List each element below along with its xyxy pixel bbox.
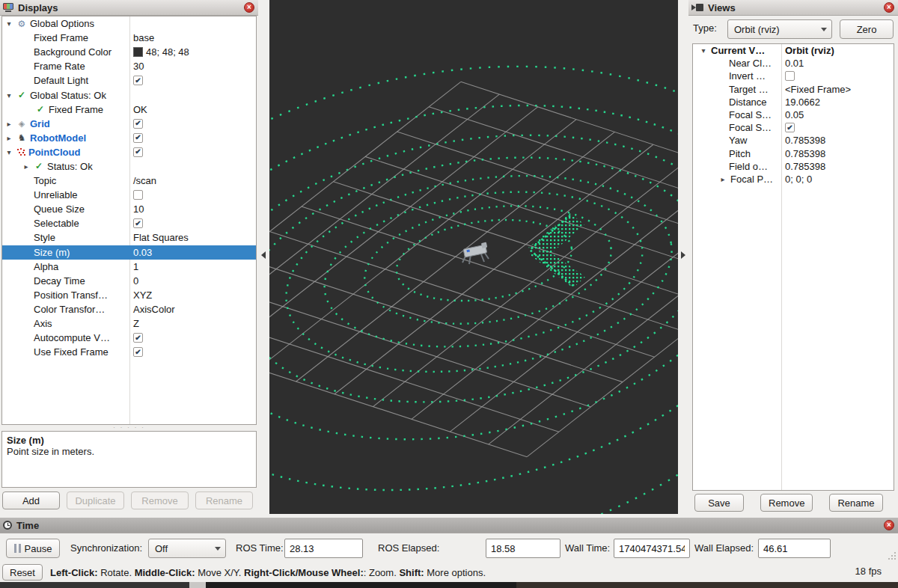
- tree-row[interactable]: Fixed Framebase: [2, 31, 256, 45]
- property-value-cell: ✔: [129, 147, 256, 157]
- tree-row[interactable]: ▸Focal P…0; 0; 0: [693, 173, 894, 186]
- displays-tree[interactable]: ▾⚙Global OptionsFixed FramebaseBackgroun…: [1, 16, 257, 425]
- checkbox[interactable]: [785, 71, 795, 81]
- property-name-cell: Position Transf…: [2, 290, 129, 301]
- expander-icon[interactable]: ▸: [718, 175, 727, 183]
- pause-button[interactable]: Pause: [6, 539, 60, 558]
- tree-row[interactable]: Yaw0.785398: [693, 134, 894, 147]
- description-title: Size (m): [7, 435, 251, 446]
- rename-button[interactable]: Rename: [829, 494, 882, 512]
- tree-row[interactable]: Alpha1: [2, 260, 256, 274]
- tree-row[interactable]: ✓Fixed FrameOK: [2, 102, 256, 117]
- tree-row[interactable]: Invert …: [693, 70, 894, 82]
- tree-row[interactable]: Distance19.0662: [693, 96, 894, 108]
- expander-icon[interactable]: ▸: [22, 162, 31, 171]
- reset-button[interactable]: Reset: [2, 564, 43, 581]
- checkbox[interactable]: ✔: [785, 123, 795, 132]
- zero-button[interactable]: Zero: [840, 19, 894, 39]
- checkbox[interactable]: ✔: [133, 347, 143, 357]
- tree-row[interactable]: Frame Rate30: [2, 59, 256, 73]
- expander-icon[interactable]: ▾: [4, 19, 13, 28]
- checkbox[interactable]: ✔: [133, 119, 143, 129]
- property-label: Invert …: [729, 70, 766, 82]
- splitter-handle-dots[interactable]: · · · · ·: [112, 426, 146, 429]
- view-type-value: Orbit (rviz): [734, 24, 780, 35]
- tree-row[interactable]: Color Transfor…AxisColor: [2, 302, 256, 316]
- property-name-cell: Near Cl…: [693, 58, 781, 69]
- property-name-cell: Decay Time: [2, 275, 129, 287]
- tree-row[interactable]: Queue Size10: [2, 202, 256, 216]
- displays-panel-header[interactable]: Displays ×: [0, 0, 258, 16]
- tree-row[interactable]: Selectable✔: [2, 216, 256, 230]
- tree-row[interactable]: ▸◈Grid✔: [2, 117, 256, 131]
- property-name-cell: Queue Size: [2, 203, 129, 215]
- views-panel-header[interactable]: Views ×: [688, 0, 898, 16]
- checkbox[interactable]: ✔: [133, 218, 143, 228]
- checkbox[interactable]: ✔: [133, 76, 143, 85]
- expander-icon[interactable]: ▾: [699, 46, 708, 55]
- splitter-right[interactable]: [678, 0, 688, 516]
- collapse-left-icon[interactable]: [261, 251, 266, 259]
- property-label: Use Fixed Frame: [34, 346, 109, 358]
- checkbox[interactable]: [133, 190, 143, 200]
- tree-row[interactable]: Use Fixed Frame✔: [2, 345, 256, 359]
- add-button[interactable]: Add: [2, 491, 60, 509]
- tree-row[interactable]: Autocompute V…✔: [2, 331, 256, 345]
- collapse-right-icon[interactable]: [681, 251, 685, 259]
- checkbox[interactable]: ✔: [133, 333, 143, 343]
- wall-elapsed-label: Wall Elapsed:: [694, 542, 754, 554]
- close-icon[interactable]: ×: [244, 2, 254, 13]
- view-type-dropdown[interactable]: Orbit (rviz): [727, 19, 832, 39]
- ros-elapsed-input[interactable]: [486, 539, 561, 558]
- tree-row[interactable]: ▾✓Global Status: Ok: [2, 88, 256, 102]
- checkbox[interactable]: ✔: [133, 133, 143, 143]
- tree-row[interactable]: Size (m)0.03: [2, 245, 256, 260]
- tree-row[interactable]: ▸♞RobotModel✔: [2, 131, 256, 145]
- tree-row[interactable]: Target …<Fixed Frame>: [693, 83, 894, 96]
- property-value: AxisColor: [133, 304, 175, 315]
- tree-row[interactable]: ▾PointCloud✔: [2, 145, 256, 159]
- render-viewport-3d[interactable]: [269, 0, 678, 514]
- splitter-left[interactable]: [258, 0, 269, 516]
- tree-row[interactable]: ▾⚙Global Options: [2, 16, 256, 31]
- tree-row[interactable]: Focal S…0.05: [693, 108, 894, 121]
- tree-row[interactable]: Focal S…✔: [693, 121, 894, 134]
- close-icon[interactable]: ×: [884, 520, 894, 530]
- expander-icon[interactable]: ▸: [4, 120, 13, 128]
- tree-row[interactable]: ▾Current V…Orbit (rviz): [693, 44, 894, 57]
- expander-icon[interactable]: ▾: [4, 91, 13, 99]
- time-panel-header[interactable]: Time ×: [0, 518, 898, 533]
- wall-time-input[interactable]: [614, 539, 690, 558]
- resize-grip[interactable]: [888, 552, 896, 560]
- wall-elapsed-input[interactable]: [758, 539, 831, 558]
- tree-row[interactable]: AxisZ: [2, 316, 256, 331]
- tree-row[interactable]: Near Cl…0.01: [693, 57, 894, 70]
- remove-button[interactable]: Remove: [760, 494, 813, 512]
- property-name-cell: Focal S…: [693, 122, 781, 133]
- pointcloud-icon: [16, 147, 25, 156]
- tree-row[interactable]: Unreliable: [2, 188, 256, 202]
- tree-row[interactable]: ▸✓Status: Ok: [2, 159, 256, 174]
- property-name-cell: Distance: [693, 97, 781, 108]
- tree-row[interactable]: StyleFlat Squares: [2, 230, 256, 245]
- expander-icon[interactable]: ▾: [4, 148, 13, 156]
- tree-row[interactable]: Decay Time0: [2, 274, 256, 288]
- property-value: Orbit (rviz): [785, 45, 834, 56]
- save-button[interactable]: Save: [694, 494, 744, 512]
- checkbox[interactable]: ✔: [133, 147, 143, 157]
- synchronization-dropdown[interactable]: Off: [148, 539, 226, 558]
- close-icon[interactable]: ×: [884, 2, 894, 13]
- expander-icon[interactable]: ▸: [4, 134, 13, 142]
- property-name-cell: Color Transfor…: [2, 304, 129, 315]
- tree-row[interactable]: Pitch0.785398: [693, 147, 894, 160]
- tree-row[interactable]: Position Transf…XYZ: [2, 288, 256, 302]
- ros-time-input[interactable]: [284, 539, 363, 558]
- tree-row[interactable]: Field o…0.785398: [693, 160, 894, 173]
- property-name-cell: Pitch: [693, 148, 781, 159]
- tree-row[interactable]: Topic/scan: [2, 174, 256, 188]
- tree-row[interactable]: Background Color48; 48; 48: [2, 45, 256, 59]
- property-label: Color Transfor…: [34, 304, 105, 315]
- views-tree[interactable]: ▾Current V…Orbit (rviz)Near Cl…0.01Inver…: [692, 43, 894, 491]
- tree-row[interactable]: Default Light✔: [2, 73, 256, 88]
- property-value-cell: [781, 71, 894, 81]
